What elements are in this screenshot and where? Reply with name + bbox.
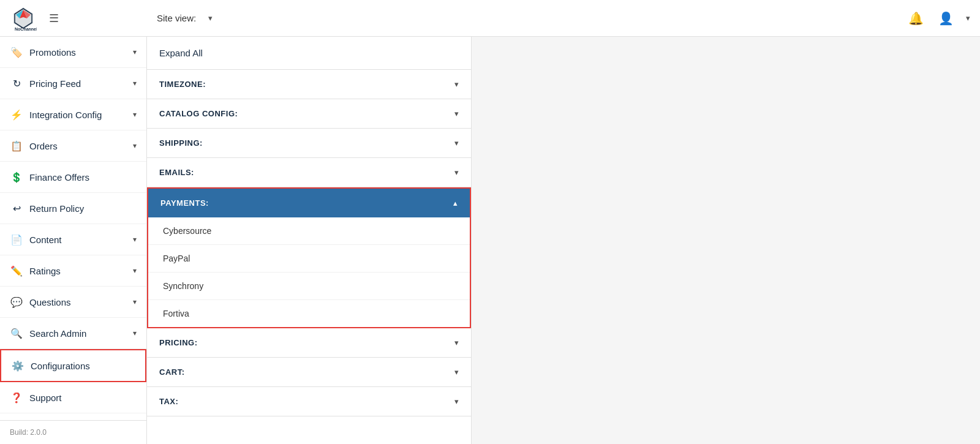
sidebar-item-promotions[interactable]: 🏷️ Promotions ▾ [0,37,146,68]
sidebar-item-return-policy[interactable]: ↩ Return Policy [0,193,146,224]
ratings-chevron-icon: ▾ [133,266,137,275]
config-section-cart-title: CART: [159,367,185,377]
site-view-chevron-icon: ▾ [208,13,213,23]
user-dropdown-chevron-icon: ▾ [966,13,970,23]
payments-chevron-icon: ▴ [453,198,458,208]
timezone-chevron-icon: ▾ [454,80,459,89]
sidebar-item-search-admin[interactable]: 🔍 Search Admin ▾ [0,318,146,349]
integration-config-icon: ⚡ [10,108,23,121]
pricing-feed-icon: ↻ [10,77,23,90]
sidebar-item-pricing-feed[interactable]: ↻ Pricing Feed ▾ [0,68,146,99]
questions-chevron-icon: ▾ [133,298,137,306]
sidebar-item-orders[interactable]: 📋 Orders ▾ [0,130,146,162]
search-admin-icon: 🔍 [10,326,23,340]
sidebar-item-label: Finance Offers [29,172,137,182]
content-area: Expand All TIMEZONE: ▾ CATALOG CONFIG: ▾… [147,37,980,444]
content-chevron-icon: ▾ [133,235,137,244]
config-panel: Expand All TIMEZONE: ▾ CATALOG CONFIG: ▾… [147,37,472,444]
config-section-timezone: TIMEZONE: ▾ [147,70,471,99]
config-section-emails-header[interactable]: EMAILS: ▾ [147,158,471,187]
support-icon: ❓ [10,391,23,404]
catalog-chevron-icon: ▾ [454,109,459,118]
return-policy-icon: ↩ [10,201,23,215]
top-header: NoChannel ☰ Site view: ▾ 🔔 👤 ▾ [0,0,980,37]
payments-sub-items: Cybersource PayPal Synchrony Fortiva [148,217,470,327]
sidebar-item-label: Promotions [29,47,133,58]
user-button[interactable]: 👤 [936,9,956,28]
sidebar-item-configurations[interactable]: ⚙️ Configurations [0,349,146,382]
config-section-shipping-header[interactable]: SHIPPING: ▾ [147,129,471,157]
payment-item-paypal[interactable]: PayPal [148,245,470,273]
config-section-timezone-title: TIMEZONE: [159,80,206,89]
config-section-emails-title: EMAILS: [159,168,194,177]
promotions-icon: 🏷️ [10,45,23,59]
config-section-payments-header[interactable]: PAYMENTS: ▴ [148,189,470,217]
config-section-tax-header[interactable]: TAX: ▾ [147,387,471,416]
config-section-cart-header[interactable]: CART: ▾ [147,358,471,386]
sidebar-item-label: Configurations [31,361,135,371]
cart-chevron-icon: ▾ [454,367,459,377]
config-section-payments-title: PAYMENTS: [160,198,209,208]
config-section-cart: CART: ▾ [147,358,471,387]
config-section-shipping: SHIPPING: ▾ [147,129,471,158]
sidebar-item-label: Content [29,235,133,245]
config-section-tax: TAX: ▾ [147,387,471,416]
config-section-pricing: PRICING: ▾ [147,328,471,358]
orders-icon: 📋 [10,139,23,152]
finance-offers-icon: 💲 [10,170,23,184]
logo-area: NoChannel ☰ [10,5,157,32]
hamburger-button[interactable]: ☰ [44,9,64,28]
config-section-payments: PAYMENTS: ▴ Cybersource PayPal Synchrony… [147,187,471,328]
site-view-area: Site view: ▾ [157,10,906,26]
sidebar-item-label: Pricing Feed [29,78,133,89]
promotions-chevron-icon: ▾ [133,48,137,56]
sidebar-item-label: Integration Config [29,110,133,120]
expand-all-button[interactable]: Expand All [147,37,471,70]
config-section-emails: EMAILS: ▾ [147,158,471,187]
sidebar-item-finance-offers[interactable]: 💲 Finance Offers [0,162,146,193]
integration-config-chevron-icon: ▾ [133,110,137,119]
pricing-feed-chevron-icon: ▾ [133,79,137,88]
site-view-label: Site view: [157,13,196,23]
bell-button[interactable]: 🔔 [906,9,926,28]
sidebar-footer: Build: 2.0.0 [0,420,146,444]
sidebar-item-integration-config[interactable]: ⚡ Integration Config ▾ [0,99,146,130]
questions-icon: 💬 [10,295,23,309]
config-section-pricing-header[interactable]: PRICING: ▾ [147,328,471,357]
tax-chevron-icon: ▾ [454,397,459,406]
emails-chevron-icon: ▾ [454,168,459,177]
svg-text:NoChannel: NoChannel [15,27,37,31]
sidebar: 🏷️ Promotions ▾ ↻ Pricing Feed ▾ ⚡ Integ… [0,37,147,444]
config-section-tax-title: TAX: [159,397,178,406]
sidebar-item-support[interactable]: ❓ Support [0,382,146,413]
payment-item-fortiva[interactable]: Fortiva [148,300,470,327]
configurations-icon: ⚙️ [11,359,24,372]
config-section-shipping-title: SHIPPING: [159,138,203,148]
sidebar-item-label: Orders [29,141,133,151]
ratings-icon: ✏️ [10,264,23,277]
config-section-timezone-header[interactable]: TIMEZONE: ▾ [147,70,471,99]
content-icon: 📄 [10,233,23,246]
header-right: 🔔 👤 ▾ [906,9,970,28]
sidebar-item-content[interactable]: 📄 Content ▾ [0,224,146,255]
site-view-dropdown[interactable]: ▾ [201,10,220,26]
logo-icon: NoChannel [10,5,37,32]
pricing-chevron-icon: ▾ [454,338,459,347]
shipping-chevron-icon: ▾ [454,138,459,148]
sidebar-item-ratings[interactable]: ✏️ Ratings ▾ [0,255,146,287]
orders-chevron-icon: ▾ [133,141,137,150]
sidebar-item-label: Return Policy [29,203,137,214]
payment-item-synchrony[interactable]: Synchrony [148,273,470,300]
config-section-catalog-header[interactable]: CATALOG CONFIG: ▾ [147,99,471,128]
sidebar-item-label: Support [29,393,137,403]
config-section-catalog-title: CATALOG CONFIG: [159,109,238,118]
payment-item-cybersource[interactable]: Cybersource [148,217,470,245]
search-admin-chevron-icon: ▾ [133,329,137,337]
config-section-pricing-title: PRICING: [159,338,198,347]
right-content-area [472,37,980,444]
build-label: Build: 2.0.0 [10,428,47,437]
sidebar-item-label: Search Admin [29,328,133,339]
config-section-catalog-config: CATALOG CONFIG: ▾ [147,99,471,129]
sidebar-item-questions[interactable]: 💬 Questions ▾ [0,287,146,318]
main-layout: 🏷️ Promotions ▾ ↻ Pricing Feed ▾ ⚡ Integ… [0,37,980,444]
